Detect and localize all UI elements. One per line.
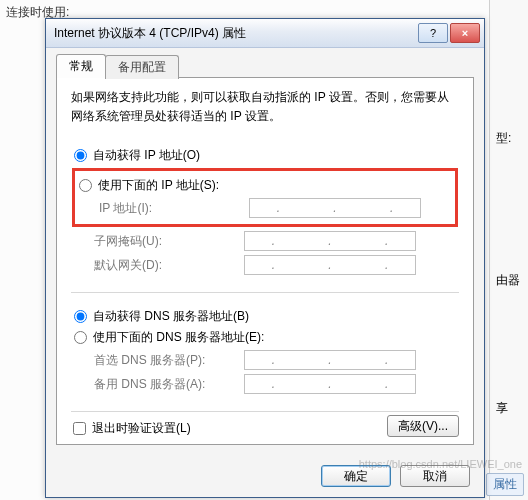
ok-button[interactable]: 确定 — [321, 465, 391, 487]
manual-ip-highlight: 使用下面的 IP 地址(S): IP 地址(I): ... — [72, 168, 458, 227]
label-alternate-dns: 备用 DNS 服务器(A): — [94, 376, 244, 393]
label-subnet-mask: 子网掩码(U): — [94, 233, 244, 250]
titlebar: Internet 协议版本 4 (TCP/IPv4) 属性 ? × — [46, 19, 484, 48]
radio-auto-dns-label: 自动获得 DNS 服务器地址(B) — [93, 308, 249, 325]
advanced-button[interactable]: 高级(V)... — [387, 415, 459, 437]
field-alternate-dns: 备用 DNS 服务器(A): ... — [94, 374, 458, 394]
input-alternate-dns[interactable]: ... — [244, 374, 416, 394]
tab-general[interactable]: 常规 — [56, 54, 106, 78]
radio-manual-ip-input[interactable] — [79, 179, 92, 192]
cancel-button[interactable]: 取消 — [400, 465, 470, 487]
tab-strip: 常规 备用配置 — [56, 54, 474, 78]
input-default-gateway[interactable]: ... — [244, 255, 416, 275]
ipv4-properties-dialog: Internet 协议版本 4 (TCP/IPv4) 属性 ? × 常规 备用配… — [45, 18, 485, 498]
validate-on-exit-checkbox[interactable] — [73, 422, 86, 435]
bg-label-2: 由器 — [496, 272, 520, 289]
radio-auto-ip-input[interactable] — [74, 149, 87, 162]
validate-on-exit-label: 退出时验证设置(L) — [92, 420, 191, 437]
field-subnet-mask: 子网掩码(U): ... — [94, 231, 458, 251]
dialog-button-row: 确定 取消 — [315, 465, 470, 487]
radio-manual-dns-input[interactable] — [74, 331, 87, 344]
label-default-gateway: 默认网关(D): — [94, 257, 244, 274]
field-ip-address: IP 地址(I): ... — [99, 198, 453, 218]
separator — [71, 292, 459, 293]
radio-auto-dns-input[interactable] — [74, 310, 87, 323]
radio-manual-ip-label: 使用下面的 IP 地址(S): — [98, 177, 219, 194]
dialog-title: Internet 协议版本 4 (TCP/IPv4) 属性 — [54, 25, 416, 42]
tab-alternate-config[interactable]: 备用配置 — [105, 55, 179, 79]
input-primary-dns[interactable]: ... — [244, 350, 416, 370]
radio-manual-dns[interactable]: 使用下面的 DNS 服务器地址(E): — [72, 329, 458, 346]
radio-auto-ip[interactable]: 自动获得 IP 地址(O) — [72, 147, 458, 164]
separator-2 — [71, 411, 459, 412]
input-subnet-mask[interactable]: ... — [244, 231, 416, 251]
background-right-panel: 型: 由器 享 — [489, 0, 528, 500]
bg-label-3: 享 — [496, 400, 508, 417]
field-default-gateway: 默认网关(D): ... — [94, 255, 458, 275]
help-button[interactable]: ? — [418, 23, 448, 43]
radio-manual-dns-label: 使用下面的 DNS 服务器地址(E): — [93, 329, 264, 346]
bg-label-1: 型: — [496, 130, 511, 147]
close-button[interactable]: × — [450, 23, 480, 43]
field-primary-dns: 首选 DNS 服务器(P): ... — [94, 350, 458, 370]
tab-panel-general: 如果网络支持此功能，则可以获取自动指派的 IP 设置。否则，您需要从网络系统管理… — [56, 77, 474, 445]
ip-address-group: 自动获得 IP 地址(O) 使用下面的 IP 地址(S): IP 地址(I): … — [71, 140, 459, 288]
input-ip-address[interactable]: ... — [249, 198, 421, 218]
description-text: 如果网络支持此功能，则可以获取自动指派的 IP 设置。否则，您需要从网络系统管理… — [71, 88, 459, 126]
radio-auto-dns[interactable]: 自动获得 DNS 服务器地址(B) — [72, 308, 458, 325]
dns-group: 自动获得 DNS 服务器地址(B) 使用下面的 DNS 服务器地址(E): 首选… — [71, 301, 459, 407]
label-ip-address: IP 地址(I): — [99, 200, 249, 217]
radio-auto-ip-label: 自动获得 IP 地址(O) — [93, 147, 200, 164]
radio-manual-ip[interactable]: 使用下面的 IP 地址(S): — [77, 177, 453, 194]
label-primary-dns: 首选 DNS 服务器(P): — [94, 352, 244, 369]
background-properties-button[interactable]: 属性 — [486, 473, 524, 496]
